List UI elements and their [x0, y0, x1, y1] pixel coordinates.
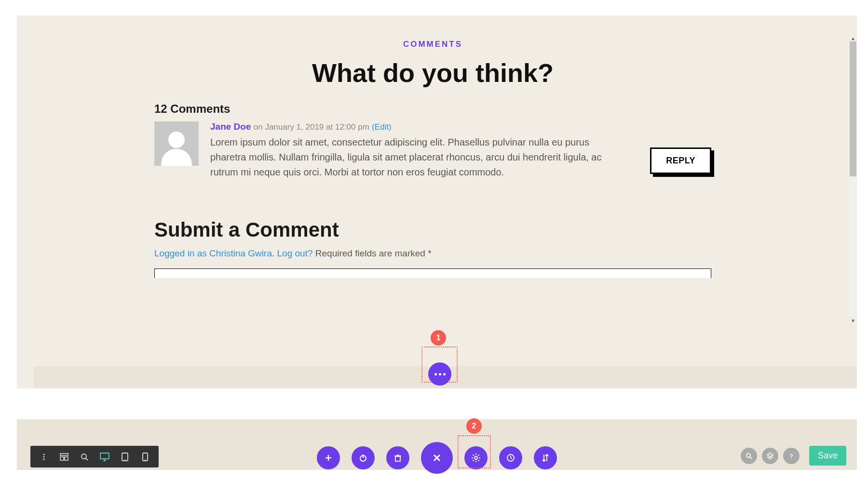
avatar-placeholder-icon [159, 127, 194, 166]
search-icon [81, 453, 88, 461]
eyebrow-label: COMMENTS [154, 40, 711, 49]
comment-author[interactable]: Jane Doe [210, 121, 251, 132]
find-button[interactable] [741, 448, 757, 464]
more-icon [434, 373, 446, 375]
content-area: COMMENTS What do you think? 12 Comments … [154, 40, 711, 278]
reply-button[interactable]: REPLY [650, 147, 711, 174]
tablet-icon [121, 453, 129, 461]
svg-line-8 [86, 458, 88, 460]
vertical-scrollbar-thumb[interactable] [850, 41, 856, 176]
sort-button[interactable] [534, 446, 557, 469]
bottom-toolbar: ? Save [17, 419, 857, 470]
svg-point-2 [43, 456, 44, 457]
layers-icon [766, 452, 774, 460]
required-note: Required fields are marked * [313, 248, 432, 258]
svg-point-3 [43, 458, 44, 460]
clock-icon [506, 453, 515, 463]
close-button[interactable] [421, 442, 453, 474]
question-icon: ? [788, 453, 795, 459]
dots-vertical-icon [40, 453, 48, 461]
zoom-button[interactable] [75, 447, 94, 467]
comment-item: Jane Doe on January 1, 2019 at 12:00 pm … [154, 121, 711, 180]
plus-icon [324, 454, 333, 462]
step-badge-1: 1 [431, 330, 446, 346]
comment-textarea[interactable] [154, 268, 711, 278]
wireframe-icon [60, 453, 68, 461]
comment-meta: Jane Doe on January 1, 2019 at 12:00 pm … [210, 121, 711, 132]
power-button[interactable] [352, 446, 375, 469]
vertical-scrollbar[interactable] [849, 41, 857, 316]
submit-heading: Submit a Comment [154, 218, 711, 241]
tablet-view-button[interactable] [115, 447, 135, 467]
comment-body: Jane Doe on January 1, 2019 at 12:00 pm … [210, 121, 711, 180]
login-status-line: Logged in as Christina Gwira. Log out? R… [154, 248, 711, 259]
svg-rect-6 [65, 457, 68, 460]
center-actions [317, 442, 557, 474]
mobile-view-button[interactable] [136, 447, 155, 467]
trash-icon [393, 454, 402, 462]
menu-button[interactable] [34, 447, 54, 467]
period: . [272, 248, 274, 258]
comment-date: on January 1, 2019 at 12:00 pm [254, 122, 369, 132]
edit-link[interactable]: (Edit) [372, 122, 392, 132]
svg-rect-5 [60, 457, 64, 460]
svg-point-15 [145, 459, 146, 460]
delete-button[interactable] [386, 446, 409, 469]
right-actions: ? Save [741, 446, 846, 466]
logout-link[interactable]: Log out? [277, 248, 313, 258]
view-toolbar [30, 446, 159, 467]
svg-rect-20 [395, 456, 400, 461]
svg-rect-9 [100, 453, 109, 459]
svg-text:?: ? [790, 453, 793, 459]
svg-point-1 [43, 454, 44, 455]
svg-point-7 [81, 454, 86, 459]
svg-marker-41 [767, 453, 773, 457]
save-button[interactable]: Save [809, 446, 846, 466]
search-icon [746, 453, 752, 459]
desktop-icon [100, 453, 109, 461]
comment-text: Lorem ipsum dolor sit amet, consectetur … [210, 135, 618, 180]
highlight-box-2 [458, 435, 491, 468]
svg-rect-4 [60, 454, 68, 455]
comment-count: 12 Comments [154, 102, 711, 116]
svg-point-0 [168, 132, 185, 148]
add-button[interactable] [317, 446, 340, 469]
avatar [154, 121, 199, 166]
svg-line-36 [511, 458, 512, 459]
page-title: What do you think? [154, 58, 711, 88]
module-options-button[interactable] [428, 362, 451, 386]
logged-in-link[interactable]: Logged in as Christina Gwira [154, 248, 272, 258]
scroll-up-arrow-icon[interactable]: ▲ [849, 35, 857, 41]
close-icon [431, 452, 443, 464]
step-badge-2: 2 [466, 418, 482, 434]
layers-button[interactable] [762, 448, 778, 464]
history-button[interactable] [499, 446, 522, 469]
desktop-view-button[interactable] [95, 447, 114, 467]
svg-point-13 [124, 459, 125, 460]
wireframe-view-button[interactable] [54, 447, 74, 467]
svg-line-40 [750, 457, 752, 459]
power-icon [358, 453, 368, 463]
scroll-down-arrow-icon[interactable]: ▼ [849, 317, 857, 324]
sort-icon [541, 453, 550, 463]
mobile-icon [142, 453, 148, 461]
help-button[interactable]: ? [783, 448, 800, 464]
svg-point-39 [746, 454, 750, 457]
